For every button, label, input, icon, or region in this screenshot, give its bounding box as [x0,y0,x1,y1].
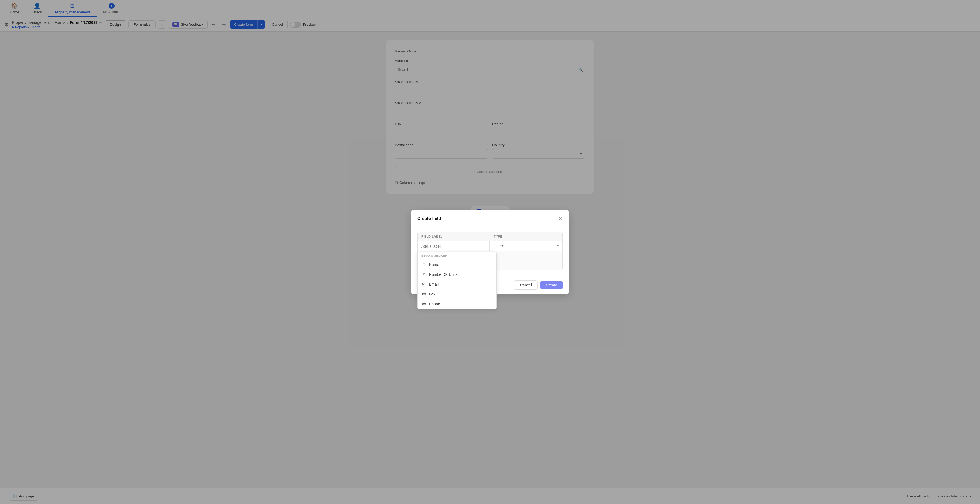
fax-type-icon: ☎ [422,292,426,296]
dropdown-item-phone-label: Phone [429,302,440,306]
dropdown-item-fax-label: Fax [429,292,435,296]
dropdown-section-label: RECOMMENDED [418,252,496,260]
dropdown-item-number-of-units[interactable]: # Number Of Units [418,269,496,279]
type-select-wrap[interactable]: T Text ▾ [490,241,562,251]
dropdown-item-fax[interactable]: ☎ Fax [418,289,496,299]
type-dropdown: RECOMMENDED T Name # Number Of Units ✉ E… [417,252,496,309]
field-label-input-wrap: RECOMMENDED T Name # Number Of Units ✉ E… [418,241,490,251]
dropdown-item-email-label: Email [429,282,439,286]
modal-cancel-button[interactable]: Cancel [514,280,538,290]
dropdown-item-name-label: Name [429,262,439,267]
type-chevron-icon[interactable]: ▾ [557,244,558,248]
modal-body: FIELD LABEL TYPE RECOMMENDED T Name # [411,226,569,276]
dropdown-item-phone[interactable]: ☎ Phone [418,299,496,309]
phone-type-icon: ☎ [422,302,426,306]
type-text-label: Text [498,244,555,248]
type-text-icon: T [494,244,496,248]
dropdown-item-name[interactable]: T Name [418,260,496,269]
field-label-input[interactable] [418,241,490,251]
dropdown-item-number-label: Number Of Units [429,272,457,277]
create-field-modal: Create field ✕ FIELD LABEL TYPE RECOMMEN… [411,210,569,294]
modal-create-button[interactable]: Create [540,281,563,289]
field-label-header: FIELD LABEL [418,232,490,241]
field-extra-right [490,251,562,270]
type-header: TYPE [490,232,562,241]
dropdown-item-email[interactable]: ✉ Email [418,279,496,289]
modal-title: Create field [417,216,441,221]
number-type-icon: # [422,272,426,277]
modal-header: Create field ✕ [411,210,569,226]
field-grid: FIELD LABEL TYPE RECOMMENDED T Name # [417,232,563,270]
modal-close-button[interactable]: ✕ [558,216,563,222]
name-type-icon: T [422,262,426,267]
modal-overlay[interactable]: Create field ✕ FIELD LABEL TYPE RECOMMEN… [0,0,980,504]
email-type-icon: ✉ [422,282,426,286]
